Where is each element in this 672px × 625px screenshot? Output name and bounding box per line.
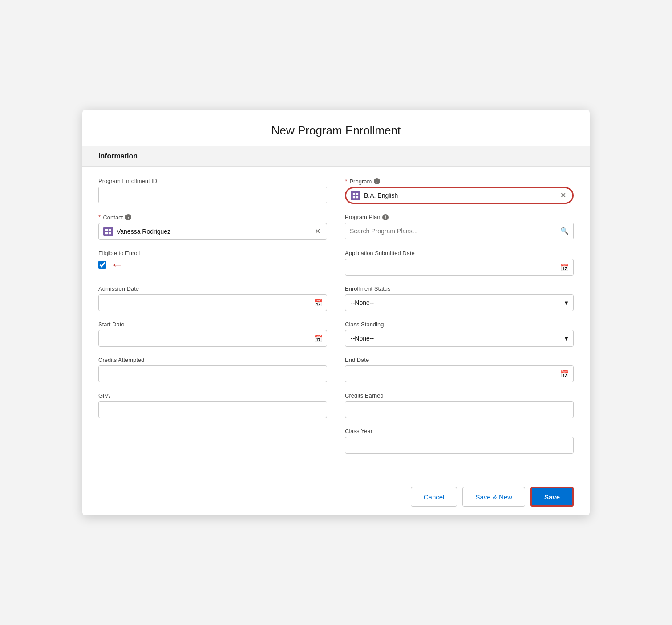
class-standing-select-wrapper: --None-- ▼	[345, 330, 574, 347]
enrollment-status-select-wrapper: --None-- ▼	[345, 294, 574, 311]
admission-date-calendar-icon[interactable]: 📅	[314, 299, 323, 307]
modal-header: New Program Enrollment	[82, 110, 590, 146]
admission-date-input[interactable]	[98, 294, 327, 311]
program-clear-button[interactable]: ✕	[559, 191, 568, 200]
svg-rect-1	[356, 193, 358, 195]
label-eligible-to-enroll: Eligible to Enroll	[98, 250, 327, 256]
application-submitted-date-calendar-icon[interactable]: 📅	[560, 263, 569, 272]
application-submitted-date-input[interactable]	[345, 259, 574, 276]
section-label: Information	[98, 152, 138, 160]
label-start-date: Start Date	[98, 321, 327, 328]
eligible-to-enroll-checkbox[interactable]	[98, 261, 106, 269]
label-class-year: Class Year	[345, 428, 574, 434]
svg-rect-7	[109, 232, 111, 234]
label-gpa: GPA	[98, 392, 327, 399]
contact-info-icon[interactable]: i	[125, 214, 131, 220]
svg-rect-3	[356, 196, 358, 198]
form-row-4: Admission Date 📅 Enrollment Status --Non…	[98, 285, 574, 311]
program-plan-info-icon[interactable]: i	[382, 214, 389, 220]
end-date-calendar-icon[interactable]: 📅	[560, 370, 569, 378]
label-program: * Program i	[345, 178, 574, 185]
field-admission-date: Admission Date 📅	[98, 285, 327, 311]
input-program-enrollment-id[interactable]	[98, 187, 327, 203]
start-date-field: 📅	[98, 330, 327, 347]
field-end-date: End Date 📅	[345, 357, 574, 382]
form-row-2: * Contact i Vanessa Rodriguez ✕ Program …	[98, 214, 574, 240]
end-date-field: 📅	[345, 365, 574, 382]
end-date-input[interactable]	[345, 365, 574, 382]
label-end-date: End Date	[345, 357, 574, 363]
label-class-standing: Class Standing	[345, 321, 574, 328]
class-standing-select[interactable]: --None--	[345, 330, 574, 347]
page-title: New Program Enrollment	[100, 124, 572, 138]
contact-clear-button[interactable]: ✕	[313, 227, 322, 236]
form-row-5: Start Date 📅 Class Standing --None-- ▼	[98, 321, 574, 347]
field-eligible-to-enroll: Eligible to Enroll ←	[98, 250, 327, 276]
contact-lookup-icon	[103, 227, 113, 236]
label-enrollment-status: Enrollment Status	[345, 285, 574, 292]
program-plan-search-icon[interactable]: 🔍	[560, 227, 569, 235]
field-application-submitted-date: Application Submitted Date 📅	[345, 250, 574, 276]
field-class-standing: Class Standing --None-- ▼	[345, 321, 574, 347]
credits-earned-input[interactable]	[345, 401, 574, 418]
label-program-plan: Program Plan i	[345, 214, 574, 220]
section-header: Information	[82, 146, 590, 167]
label-credits-attempted: Credits Attempted	[98, 357, 327, 363]
cancel-button[interactable]: Cancel	[411, 487, 457, 507]
field-enrollment-status: Enrollment Status --None-- ▼	[345, 285, 574, 311]
program-value: B.A. English	[364, 192, 559, 199]
field-credits-attempted: Credits Attempted	[98, 357, 327, 382]
svg-rect-0	[353, 193, 355, 195]
program-plan-input[interactable]	[350, 227, 560, 235]
svg-rect-5	[109, 229, 111, 231]
contact-value: Vanessa Rodriguez	[117, 228, 313, 235]
save-and-new-button[interactable]: Save & New	[462, 487, 525, 507]
arrow-annotation: ←	[111, 259, 123, 271]
field-program-enrollment-id: Program Enrollment ID	[98, 178, 327, 204]
program-lookup-icon	[351, 191, 360, 200]
contact-lookup-field[interactable]: Vanessa Rodriguez ✕	[98, 223, 327, 240]
field-contact: * Contact i Vanessa Rodriguez ✕	[98, 214, 327, 240]
form-body: Program Enrollment ID * Program i B.A. E…	[82, 167, 590, 478]
program-plan-search[interactable]: 🔍	[345, 223, 574, 239]
class-year-input[interactable]	[345, 437, 574, 454]
application-submitted-date-field: 📅	[345, 259, 574, 276]
label-credits-earned: Credits Earned	[345, 392, 574, 399]
credits-attempted-input[interactable]	[98, 365, 327, 382]
form-row-3: Eligible to Enroll ← Application Submitt…	[98, 250, 574, 276]
field-credits-earned: Credits Earned	[345, 392, 574, 418]
program-lookup-field[interactable]: B.A. English ✕	[345, 187, 574, 204]
modal: New Program Enrollment Information Progr…	[82, 110, 590, 515]
form-row-1: Program Enrollment ID * Program i B.A. E…	[98, 178, 574, 204]
save-button[interactable]: Save	[530, 487, 574, 507]
program-info-icon[interactable]: i	[374, 178, 380, 184]
field-program: * Program i B.A. English ✕	[345, 178, 574, 204]
label-program-enrollment-id: Program Enrollment ID	[98, 178, 327, 184]
form-row-6: Credits Attempted End Date 📅	[98, 357, 574, 382]
eligible-checkbox-wrapper: ←	[98, 259, 327, 271]
svg-rect-4	[105, 229, 108, 231]
form-row-7: GPA Credits Earned	[98, 392, 574, 418]
field-class-year: Class Year	[345, 428, 574, 454]
start-date-input[interactable]	[98, 330, 327, 347]
label-contact: * Contact i	[98, 214, 327, 221]
svg-rect-2	[353, 196, 355, 198]
form-row-8: Class Year	[98, 428, 574, 454]
svg-rect-6	[105, 232, 108, 234]
enrollment-status-select[interactable]: --None--	[345, 294, 574, 311]
modal-footer: Cancel Save & New Save	[82, 478, 590, 515]
field-start-date: Start Date 📅	[98, 321, 327, 347]
field-empty	[98, 428, 327, 454]
label-application-submitted-date: Application Submitted Date	[345, 250, 574, 256]
label-admission-date: Admission Date	[98, 285, 327, 292]
gpa-input[interactable]	[98, 401, 327, 418]
admission-date-field: 📅	[98, 294, 327, 311]
field-program-plan: Program Plan i 🔍	[345, 214, 574, 240]
start-date-calendar-icon[interactable]: 📅	[314, 334, 323, 343]
field-gpa: GPA	[98, 392, 327, 418]
